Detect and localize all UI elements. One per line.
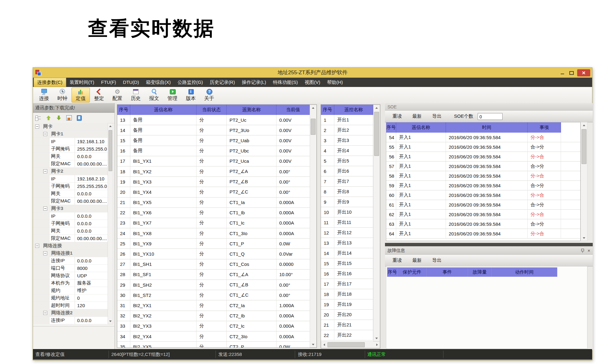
property-value[interactable]: 0.0.0.0 <box>75 212 108 220</box>
menu-item-2[interactable]: 装置时间(T) <box>66 78 98 87</box>
control-row[interactable]: 2开出2 <box>321 125 380 135</box>
panel-splitter[interactable] <box>385 243 593 246</box>
property-value[interactable]: 0.0.0.0 <box>75 153 108 160</box>
fault-close-icon[interactable]: × <box>587 248 590 253</box>
collapse-icon[interactable] <box>43 311 47 315</box>
menu-item-4[interactable]: DTU(D) <box>119 78 142 87</box>
scroll-thumb[interactable] <box>311 119 316 135</box>
soe-row[interactable]: 56开入12016/06/20 09:36:59.584分->合 <box>386 152 580 162</box>
menu-item-10[interactable]: 视图(V) <box>301 78 324 87</box>
control-row[interactable]: 8开出8 <box>321 187 380 197</box>
move-up-icon[interactable] <box>45 115 52 121</box>
property-value[interactable]: 120 <box>75 302 108 309</box>
control-row[interactable]: 21开出21 <box>321 320 380 330</box>
collapse-icon[interactable] <box>43 251 47 255</box>
soe-row[interactable]: 59开入12016/06/20 09:36:59.584合->分 <box>386 181 580 190</box>
fault-export-button[interactable]: 导出 <box>429 257 445 264</box>
scroll-thumb[interactable] <box>374 112 379 156</box>
soe-row[interactable]: 63开入12016/06/20 09:36:59.584合->分 <box>386 219 580 229</box>
signal-row[interactable]: 23BI1_YX7分CT1_Ic0.000A <box>117 218 317 228</box>
property-value[interactable]: 0.0.0.0 <box>75 257 108 264</box>
property-value[interactable]: 0.0.0.0 <box>75 190 108 197</box>
tree-group-row[interactable]: 网卡 <box>33 123 108 130</box>
signal-row[interactable]: 17BI1_YX1分PT2_Uca0.00V <box>117 156 317 166</box>
tree-property-row[interactable]: 限定MAC00.00.00.00.... <box>33 198 108 205</box>
tree-list-icon[interactable] <box>35 115 41 121</box>
tree-property-row[interactable]: 子网掩码255.255.255.0 <box>33 145 108 153</box>
scroll-down-icon[interactable] <box>108 318 113 324</box>
property-value[interactable]: 192.168.1.10 <box>75 138 108 145</box>
control-row[interactable]: 6开出6 <box>321 166 380 176</box>
tree-property-row[interactable]: IP192.168.1.10 <box>33 138 108 145</box>
scroll-up-icon[interactable] <box>108 123 113 129</box>
history-button[interactable]: 历史 <box>127 88 145 102</box>
control-row[interactable]: 11开出11 <box>321 217 380 228</box>
signal-row[interactable]: 31BI2_YX1分CT2_Ia1.000A <box>117 300 317 311</box>
message-button[interactable]: 报文 <box>145 88 163 102</box>
scroll-down-icon[interactable] <box>581 235 587 241</box>
control-row[interactable]: 10开出10 <box>321 207 380 217</box>
soe-scrollbar[interactable] <box>581 122 587 241</box>
tree-group-row[interactable]: 网卡3 <box>33 205 108 212</box>
control-row[interactable]: 3开出3 <box>321 135 380 146</box>
control-row[interactable]: 13开出13 <box>321 238 380 248</box>
property-value[interactable]: 255.255.255.0 <box>75 145 108 152</box>
signal-row[interactable]: 14备用分PT2_3Uo0.00V <box>117 125 317 135</box>
control-row[interactable]: 1开出1 <box>321 115 380 125</box>
signal-row[interactable]: 27BI1_SH1分CT1_Cos0.0000 <box>117 259 317 270</box>
collapse-icon[interactable] <box>43 169 47 173</box>
signal-scrollbar[interactable] <box>310 105 317 348</box>
collapse-icon[interactable] <box>35 244 39 248</box>
property-value[interactable]: 0.0.0.0 <box>75 227 108 234</box>
signal-row[interactable]: 26BI1_YX10分CT1_Q0.0Var <box>117 249 317 259</box>
control-hscrollbar[interactable] <box>321 341 380 348</box>
tree-property-row[interactable]: 规约地址0 <box>33 294 108 302</box>
soe-row[interactable]: 54开入12016/06/20 09:36:59.584分->合 <box>386 133 580 142</box>
tree-property-row[interactable]: 连接IP0.0.0.0 <box>33 257 108 265</box>
soe-row[interactable]: 62开入12016/06/20 09:36:59.584分->合 <box>386 210 580 219</box>
control-row[interactable]: 14开出14 <box>321 248 380 258</box>
signal-row[interactable]: 34BI2_YX4分CT2_3Io0.000A <box>117 331 317 342</box>
scroll-right-icon[interactable] <box>374 342 380 348</box>
tree-property-row[interactable]: IP192.168.2.10 <box>33 175 108 183</box>
manage-button[interactable]: 管理 <box>163 88 182 102</box>
tree-group-row[interactable]: 网络连接1 <box>33 250 108 257</box>
control-row[interactable]: 20开出20 <box>321 310 380 320</box>
tree-group-row[interactable]: 网络连接 <box>33 242 108 250</box>
menu-item-6[interactable]: 公路监控(G) <box>174 78 206 87</box>
tree-property-row[interactable]: 连接IP0.0.0.0 <box>33 317 108 324</box>
tree-group-row[interactable]: 网络连接2 <box>33 309 108 317</box>
setpoint-button[interactable]: 定值 <box>72 88 90 102</box>
control-row[interactable]: 18开出18 <box>321 289 380 299</box>
soe-row[interactable]: 57开入12016/06/20 09:36:59.584合->分 <box>386 162 580 171</box>
scroll-thumb[interactable] <box>582 129 586 164</box>
control-row[interactable]: 9开出9 <box>321 197 380 207</box>
signal-row[interactable]: 33BI2_YX3分CT2_Ic0.000A <box>117 321 317 331</box>
soe-row[interactable]: 64开入12016/06/20 09:36:59.584分->合 <box>386 229 580 239</box>
save-icon[interactable] <box>66 115 72 121</box>
scroll-up-icon[interactable] <box>373 105 380 111</box>
menu-item-11[interactable]: 帮助(H) <box>324 78 346 87</box>
menu-item-7[interactable]: 历史记录(R) <box>206 78 239 87</box>
pin-icon[interactable] <box>581 248 584 253</box>
signal-row[interactable]: 30BI1_ST2分CT1_∠C0.00° <box>117 290 317 300</box>
book-icon[interactable] <box>76 115 82 121</box>
minimize-button[interactable] <box>560 69 565 76</box>
menu-item-8[interactable]: 操作记录(L) <box>238 78 269 87</box>
signal-row[interactable]: 28BI1_SF1分CT1_∠A10.00° <box>117 270 317 280</box>
signal-row[interactable]: 20BI1_YX4分PT2_∠C0.00° <box>117 187 317 197</box>
signal-row[interactable]: 18BI1_YX2分PT2_∠A0.00° <box>117 166 317 177</box>
scroll-down-icon[interactable] <box>373 335 380 341</box>
property-value[interactable]: 0 <box>75 294 108 302</box>
signal-row[interactable]: 22BI1_YX6分CT1_Ib0.000A <box>117 208 317 218</box>
maximize-button[interactable] <box>568 69 574 76</box>
control-row[interactable]: 22开出22 <box>321 330 380 340</box>
tree-group-row[interactable]: 网卡1 <box>33 130 108 138</box>
about-button[interactable]: 关于 <box>200 88 218 102</box>
control-row[interactable]: 15开出15 <box>321 258 380 269</box>
property-value[interactable]: 0.0.0.0 <box>75 317 108 324</box>
fault-reread-button[interactable]: 重读 <box>389 257 405 264</box>
clock-button[interactable]: 时钟 <box>53 88 72 102</box>
collapse-icon[interactable] <box>43 207 47 211</box>
scroll-up-icon[interactable] <box>310 105 316 111</box>
